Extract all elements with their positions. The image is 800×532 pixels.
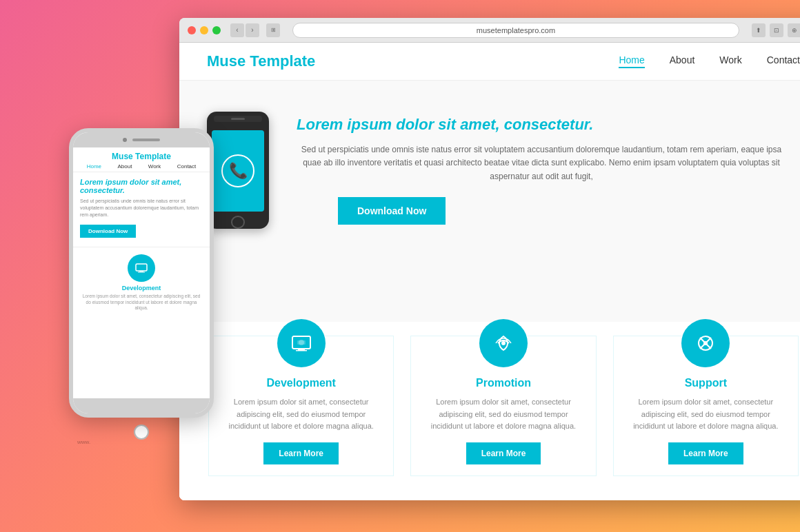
svg-point-9: [703, 341, 708, 345]
hero-title: Lorem ipsum dolor sit amet, consectetur.: [297, 116, 786, 134]
promotion-learn-more[interactable]: Learn More: [466, 442, 541, 464]
mobile-download-button[interactable]: Download Now: [80, 225, 136, 238]
development-body: Lorem ipsum dolor sit amet, consectetur …: [223, 396, 379, 433]
svg-rect-2: [296, 350, 307, 351]
support-icon-circle: [681, 319, 730, 367]
svg-rect-4: [297, 340, 306, 345]
download-button[interactable]: Download Now: [338, 197, 446, 225]
grid-button[interactable]: ⊞: [266, 23, 280, 37]
mobile-feature-body: Lorem ipsum dolor sit amet, consectetur …: [80, 294, 203, 311]
svg-rect-12: [138, 272, 145, 273]
phone-home-button: [231, 216, 245, 229]
mobile-feature-title: Development: [80, 285, 203, 291]
mobile-hero: Lorem ipsum dolor sit amet, consectetur.…: [73, 172, 210, 243]
nav-contact[interactable]: Contact: [767, 54, 800, 68]
hero-body: Sed ut perspiciatis unde omnis iste natu…: [297, 143, 786, 183]
development-icon-circle: [277, 319, 326, 367]
nav-buttons: ‹ ›: [230, 23, 259, 37]
hero-phone-image: 📞: [207, 112, 276, 229]
mobile-nav-work[interactable]: Work: [148, 163, 161, 170]
mobile-speaker: [132, 139, 160, 141]
svg-rect-1: [298, 349, 305, 350]
mobile-bottom-bar: [73, 398, 210, 413]
mobile-site-header: Muse Template Home About Work Contact: [73, 147, 210, 172]
watermark: www.: [77, 439, 90, 445]
site-nav: Home About Work Contact: [619, 54, 800, 68]
mobile-site-content: Muse Template Home About Work Contact Lo…: [73, 147, 210, 398]
hero-section: 📞 Lorem ipsum dolor sit amet, consectetu…: [179, 81, 800, 260]
website-content: Muse Template Home About Work Contact: [179, 43, 800, 500]
mobile-nav-about[interactable]: About: [117, 163, 132, 170]
svg-rect-11: [139, 271, 143, 272]
mobile-hero-title: Lorem ipsum dolor sit amet, consectetur.: [80, 178, 203, 194]
mobile-feature: Development Lorem ipsum dolor sit amet, …: [73, 251, 210, 314]
dark-phone: 📞: [207, 112, 269, 229]
promotion-body: Lorem ipsum dolor sit amet, consectetur …: [425, 396, 581, 433]
minimize-dot[interactable]: [200, 26, 208, 34]
testimonials-section: Testimonials: [179, 490, 800, 500]
bookmark-button[interactable]: ⊡: [770, 23, 783, 37]
development-title: Development: [223, 377, 379, 389]
maximize-dot[interactable]: [212, 26, 221, 34]
feature-cards: Development Lorem ipsum dolor sit amet, …: [179, 322, 800, 490]
mobile-nav: Home About Work Contact: [79, 163, 204, 170]
mobile-logo: Muse Template: [79, 152, 204, 161]
address-bar[interactable]: musetemplatespro.com: [292, 23, 739, 38]
mobile-nav-home[interactable]: Home: [87, 163, 101, 170]
svg-point-5: [501, 341, 506, 345]
mobile-camera: [123, 138, 127, 142]
nav-about[interactable]: About: [670, 54, 695, 68]
phone-screen: 📞: [212, 130, 264, 212]
download-button[interactable]: ⊕: [788, 23, 800, 37]
hero-text: Lorem ipsum dolor sit amet, consectetur.…: [297, 116, 786, 225]
svg-rect-10: [136, 264, 147, 271]
support-body: Lorem ipsum dolor sit amet, consectetur …: [628, 396, 784, 433]
promotion-icon-circle: [479, 319, 528, 367]
support-title: Support: [628, 377, 784, 389]
browser-window: ‹ › ⊞ musetemplatespro.com ⬆ ⊡ ⊕ + Muse …: [179, 18, 800, 500]
feature-card-development: Development Lorem ipsum dolor sit amet, …: [208, 336, 394, 476]
close-dot[interactable]: [188, 26, 196, 34]
features-section: Development Lorem ipsum dolor sit amet, …: [179, 260, 800, 500]
mobile-phone-overlay: Muse Template Home About Work Contact Lo…: [69, 128, 214, 487]
share-button[interactable]: ⬆: [752, 23, 766, 37]
development-learn-more[interactable]: Learn More: [263, 442, 339, 464]
mobile-feature-icon: [128, 254, 155, 282]
browser-chrome: ‹ › ⊞ musetemplatespro.com ⬆ ⊡ ⊕ +: [179, 18, 800, 43]
feature-card-promotion: Promotion Lorem ipsum dolor sit amet, co…: [410, 336, 596, 476]
phone-call-icon: 📞: [221, 154, 254, 187]
mobile-divider: [73, 247, 210, 247]
mobile-home-button[interactable]: [134, 424, 149, 440]
back-button[interactable]: ‹: [230, 23, 244, 37]
mobile-phone-frame: Muse Template Home About Work Contact Lo…: [69, 128, 214, 418]
site-logo: Muse Template: [207, 52, 315, 70]
feature-card-support: Support Lorem ipsum dolor sit amet, cons…: [613, 336, 799, 476]
forward-button[interactable]: ›: [246, 23, 259, 37]
support-learn-more[interactable]: Learn More: [668, 442, 743, 464]
nav-work[interactable]: Work: [719, 54, 741, 68]
promotion-title: Promotion: [425, 377, 581, 389]
browser-actions: ⬆ ⊡ ⊕ +: [752, 23, 800, 37]
mobile-hero-body: Sed ut perspiciatis unde omnis iste natu…: [80, 198, 203, 218]
nav-home[interactable]: Home: [619, 54, 644, 68]
site-header: Muse Template Home About Work Contact: [179, 43, 800, 81]
mobile-top-bar: [73, 132, 210, 147]
mobile-nav-contact[interactable]: Contact: [177, 163, 197, 170]
